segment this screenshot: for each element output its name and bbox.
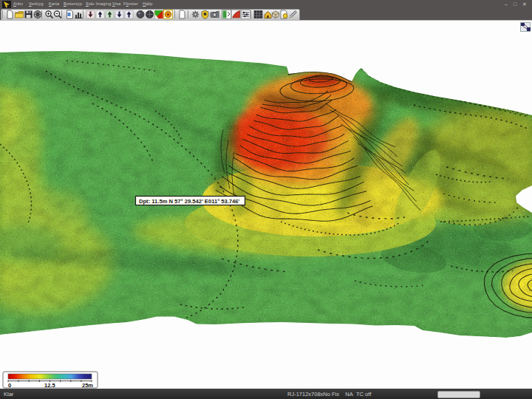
svg-text:25m: 25m xyxy=(82,382,93,389)
svg-text:Dpt: 11.5m N 57° 29.542' E011°: Dpt: 11.5m N 57° 29.542' E011° 53.746' xyxy=(139,198,240,205)
svg-text:12.5: 12.5 xyxy=(44,382,55,389)
svg-text:0: 0 xyxy=(8,382,11,389)
